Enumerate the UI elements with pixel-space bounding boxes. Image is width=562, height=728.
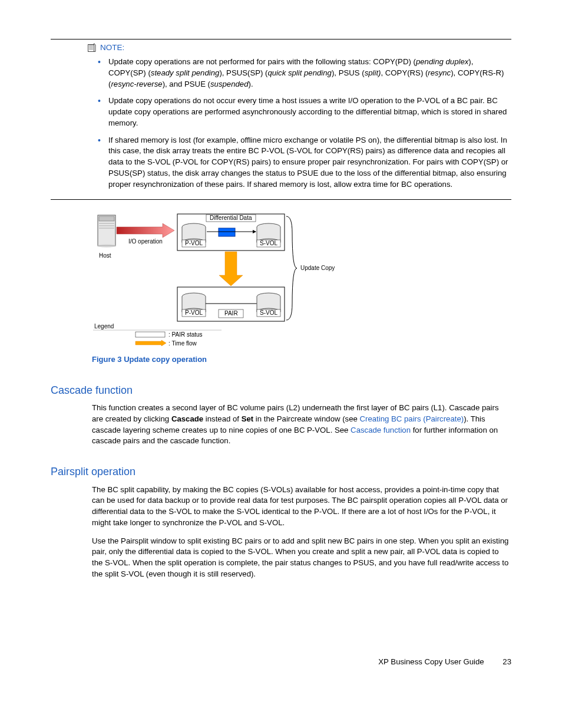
brace-icon [286, 216, 297, 320]
cascade-paragraph: This function creates a second layer of … [92, 403, 511, 447]
legend-arrow-icon [135, 340, 166, 346]
creating-bc-pairs-link[interactable]: Creating BC pairs (Paircreate) [360, 414, 464, 423]
svol-top-label: S-VOL [260, 240, 277, 246]
note-bullet-2: Update copy operations do not occur ever… [108, 95, 511, 129]
cascade-heading: Cascade function [51, 383, 511, 398]
figure-caption: Figure 3 Update copy operation [92, 354, 511, 365]
time-flow-arrow-icon [219, 252, 243, 286]
host-label: Host [99, 252, 111, 259]
svg-point-10 [97, 244, 116, 248]
note-bullet-1: Update copy operations are not performed… [108, 57, 511, 90]
legend-title: Legend [94, 323, 114, 330]
svg-rect-6 [99, 216, 114, 221]
pairsplit-para-2: Use the Pairsplit window to split existi… [92, 536, 511, 580]
cascade-bold-1: Cascade [171, 414, 203, 423]
pairsplit-heading: Pairsplit operation [51, 465, 511, 480]
pvol-top-label: P-VOL [185, 240, 203, 246]
note-bottom-rule [51, 199, 511, 200]
figure-diagram: Host I/O operation Differential Data [92, 210, 375, 346]
svg-rect-0 [88, 44, 94, 51]
legend-pair-text: : PAIR status [168, 331, 203, 338]
document-page: NOTE: Update copy operations are not per… [0, 0, 562, 691]
note-header: NOTE: [87, 42, 511, 53]
note-top-rule [51, 39, 511, 39]
cascade-function-link[interactable]: Cascade function [351, 426, 411, 434]
host-tower-icon [97, 215, 116, 248]
pair-label: PAIR [224, 310, 238, 317]
io-label: I/O operation [128, 238, 163, 245]
note-bullet-3: If shared memory is lost (for example, o… [108, 135, 511, 190]
footer-title: XP Business Copy User Guide [378, 657, 484, 666]
diff-block-icon [219, 228, 235, 236]
note-label: NOTE: [100, 42, 124, 53]
page-number: 23 [503, 657, 511, 666]
page-footer: XP Business Copy User Guide 23 [51, 657, 511, 668]
cascade-bold-2: Set [242, 414, 254, 423]
diff-label: Differential Data [210, 215, 252, 221]
io-arrow-icon [117, 223, 174, 238]
update-copy-label: Update Copy [300, 265, 335, 271]
pairsplit-para-1: The BC split capability, by making the B… [92, 485, 511, 529]
note-icon [87, 43, 97, 52]
svol-bottom-label: S-VOL [260, 309, 277, 316]
legend-time-text: : Time flow [168, 340, 197, 346]
note-bullet-list: Update copy operations are not performed… [51, 57, 511, 190]
pvol-bottom-label: P-VOL [185, 309, 203, 316]
legend-pair-box-icon [135, 332, 165, 337]
